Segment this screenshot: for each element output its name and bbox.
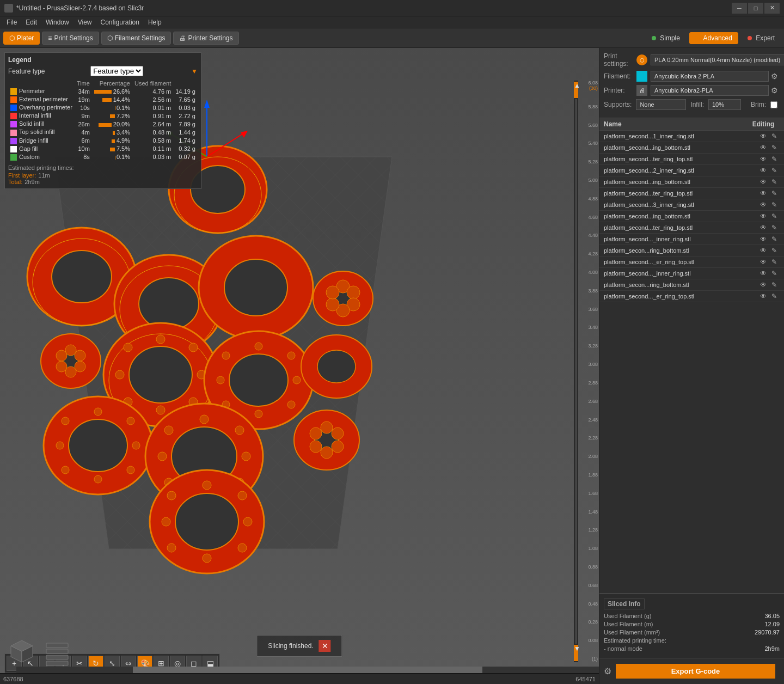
obj-eye-icon[interactable]: 👁: [758, 258, 769, 266]
v-scroll-thumb-bottom[interactable]: ▼: [574, 645, 578, 661]
printer-select[interactable]: Anycubic Kobra2-PLA: [651, 85, 769, 96]
toolbar: ⬡ Plater ≡ Print Settings ⬡ Filament Set…: [0, 28, 784, 48]
v-scroll-thumb-top[interactable]: ▲: [574, 82, 578, 98]
list-item[interactable]: platform_secon...ring_bottom.stl👁✎: [599, 245, 784, 256]
obj-edit-icon[interactable]: ✎: [769, 224, 780, 231]
legend-row-weight: 2.72 g: [173, 112, 198, 120]
printer-gear-icon[interactable]: ⚙: [769, 85, 780, 96]
menu-help[interactable]: Help: [144, 17, 166, 27]
obj-edit-icon[interactable]: ✎: [769, 292, 780, 300]
list-item[interactable]: platform_second..._er_ring_top.stl👁✎: [599, 256, 784, 268]
mode-expert[interactable]: Expert: [742, 32, 781, 44]
horizontal-scrollbar[interactable]: [16, 667, 599, 673]
layers-view-icon[interactable]: [44, 640, 71, 668]
menubar: File Edit Window View Configuration Help: [0, 16, 784, 28]
ruler-tick: 0.08: [588, 638, 598, 644]
obj-edit-icon[interactable]: ✎: [769, 155, 780, 163]
obj-edit-icon[interactable]: ✎: [769, 212, 780, 220]
mode-advanced[interactable]: Advanced: [689, 32, 738, 44]
obj-eye-icon[interactable]: 👁: [758, 190, 769, 197]
obj-edit-icon[interactable]: ✎: [769, 235, 780, 243]
svg-point-77: [332, 441, 344, 453]
obj-edit-icon[interactable]: ✎: [769, 281, 780, 289]
nav-cube[interactable]: [5, 635, 38, 668]
print-settings-select[interactable]: PLA 0.20mm Normal(0.4mm Nozzle) (modifie…: [651, 54, 784, 65]
obj-eye-icon[interactable]: 👁: [758, 212, 769, 220]
menu-window[interactable]: Window: [41, 17, 74, 27]
close-button[interactable]: ✕: [764, 3, 780, 14]
obj-eye-icon[interactable]: 👁: [758, 132, 769, 140]
infill-input[interactable]: [708, 99, 741, 110]
scroll-thumb[interactable]: [133, 667, 482, 673]
obj-edit-icon[interactable]: ✎: [769, 132, 780, 140]
list-item[interactable]: platform_second..._inner_ring.stl👁✎: [599, 234, 784, 245]
list-item[interactable]: platform_second...1_inner_ring.stl👁✎: [599, 131, 784, 142]
obj-eye-icon[interactable]: 👁: [758, 235, 769, 243]
export-gcode-button[interactable]: Export G-code: [616, 664, 775, 679]
obj-eye-icon[interactable]: 👁: [758, 224, 769, 231]
menu-edit[interactable]: Edit: [21, 17, 41, 27]
maximize-button[interactable]: □: [748, 3, 763, 14]
tab-printer-settings[interactable]: 🖨 Printer Settings: [173, 32, 238, 45]
info-label: Used Filament (g): [604, 613, 651, 619]
obj-eye-icon[interactable]: 👁: [758, 270, 769, 277]
list-item[interactable]: platform_second...ter_ring_top.stl👁✎: [599, 222, 784, 234]
feature-type-select[interactable]: Feature type: [90, 66, 143, 76]
obj-edit-icon[interactable]: ✎: [769, 190, 780, 197]
svg-point-59: [56, 442, 64, 449]
obj-edit-icon[interactable]: ✎: [769, 258, 780, 266]
slice-close-button[interactable]: ✕: [319, 640, 331, 652]
list-item[interactable]: platform_second...ter_ring_top.stl👁✎: [599, 154, 784, 165]
menu-view[interactable]: View: [74, 17, 96, 27]
obj-eye-icon[interactable]: 👁: [758, 155, 769, 163]
obj-eye-icon[interactable]: 👁: [758, 247, 769, 254]
obj-edit-icon[interactable]: ✎: [769, 178, 780, 186]
3d-viewport[interactable]: Legend Feature type Feature type ▼ Time …: [0, 48, 599, 684]
list-item[interactable]: platform_secon...ring_bottom.stl👁✎: [599, 279, 784, 291]
list-item[interactable]: platform_second...ing_bottom.stl👁✎: [599, 142, 784, 154]
svg-point-47: [217, 376, 224, 384]
filament-gear-icon[interactable]: ⚙: [769, 71, 780, 82]
obj-eye-icon[interactable]: 👁: [758, 178, 769, 186]
list-item[interactable]: platform_second..._inner_ring.stl👁✎: [599, 268, 784, 279]
obj-edit-icon[interactable]: ✎: [769, 144, 780, 151]
obj-edit-icon[interactable]: ✎: [769, 247, 780, 254]
obj-edit-icon[interactable]: ✎: [769, 270, 780, 277]
obj-eye-icon[interactable]: 👁: [758, 144, 769, 151]
objects-list[interactable]: platform_second...1_inner_ring.stl👁✎plat…: [599, 131, 784, 594]
list-item[interactable]: platform_second...3_inner_ring.stl👁✎: [599, 199, 784, 211]
filament-select[interactable]: Anycubic Kobra 2 PLA: [651, 71, 769, 82]
info-value: 36.05: [764, 613, 780, 619]
obj-eye-icon[interactable]: 👁: [758, 201, 769, 209]
menu-file[interactable]: File: [2, 17, 21, 27]
brim-checkbox[interactable]: [770, 101, 777, 108]
obj-edit-icon[interactable]: ✎: [769, 201, 780, 209]
vertical-scrollbar[interactable]: ▲ ▼: [574, 81, 578, 662]
mode-simple[interactable]: Simple: [646, 32, 686, 44]
list-item[interactable]: platform_second...ing_bottom.stl👁✎: [599, 176, 784, 188]
col-weight-header: [173, 80, 198, 87]
list-item[interactable]: platform_second...ter_ring_top.stl👁✎: [599, 188, 784, 199]
obj-eye-icon[interactable]: 👁: [758, 167, 769, 174]
ruler-tick: 1.68: [588, 491, 598, 497]
footer-gear-icon[interactable]: ⚙: [604, 666, 611, 676]
tab-filament-settings[interactable]: ⬡ Filament Settings: [101, 32, 171, 45]
menu-configuration[interactable]: Configuration: [96, 17, 144, 27]
obj-eye-icon[interactable]: 👁: [758, 281, 769, 289]
legend-row: Custom8s0.1%0.03 m0.07 g: [8, 153, 198, 161]
list-item[interactable]: platform_second...ing_bottom.stl👁✎: [599, 211, 784, 222]
tab-printer-label: Printer Settings: [188, 34, 232, 42]
supports-select[interactable]: None: [636, 99, 686, 110]
ruler-tick: 4.88: [588, 197, 598, 202]
ruler-tick: 5.68: [588, 123, 598, 129]
minimize-button[interactable]: ─: [732, 3, 747, 14]
obj-eye-icon[interactable]: 👁: [758, 292, 769, 300]
feature-type-label: Feature type: [8, 68, 45, 75]
obj-edit-icon[interactable]: ✎: [769, 167, 780, 174]
tab-plater[interactable]: ⬡ Plater: [3, 32, 40, 45]
filament-color-swatch[interactable]: [636, 71, 647, 82]
list-item[interactable]: platform_second..._er_ring_top.stl👁✎: [599, 291, 784, 302]
legend-row-pct: 3.4%: [92, 128, 132, 136]
tab-print-settings[interactable]: ≡ Print Settings: [42, 32, 99, 45]
list-item[interactable]: platform_second...2_inner_ring.stl👁✎: [599, 165, 784, 176]
